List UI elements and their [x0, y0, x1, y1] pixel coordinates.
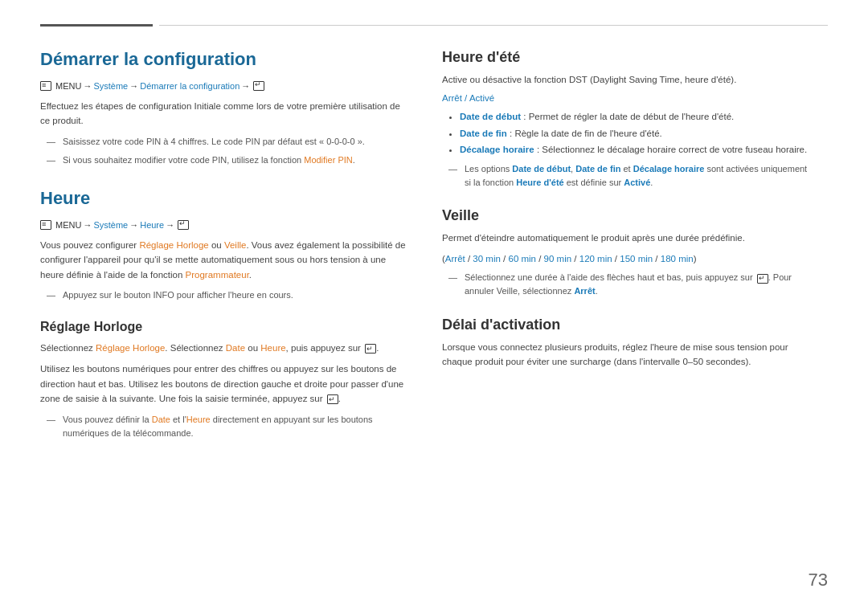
timing-arret: Arrêt [445, 254, 465, 264]
timing-90: 90 min [544, 254, 572, 264]
heure-link2[interactable]: Heure [186, 415, 211, 424]
arrow6: → [166, 220, 174, 230]
menu-icon-heure [40, 220, 51, 230]
decalage-label: Décalage horaire [460, 145, 534, 154]
reglage-horloge-body2: Utilisez les boutons numériques pour ent… [40, 362, 410, 406]
timing-120: 120 min [579, 254, 612, 264]
section-title-delai: Délai d'activation [442, 317, 812, 333]
enter-icon-rh2 [327, 394, 338, 404]
section-title-veille: Veille [442, 207, 812, 224]
menu-path-heure: MENU → Système → Heure → [40, 220, 410, 230]
page-number: 73 [809, 570, 828, 591]
enter-icon-rh [365, 344, 376, 353]
bullet-decalage: Décalage horaire : Sélectionnez le décal… [460, 142, 812, 157]
heure-ete-body: Active ou désactive la fonction DST (Day… [442, 72, 812, 87]
veille-note: Sélectionnez une durée à l'aide des flèc… [457, 271, 812, 298]
timing-150: 150 min [620, 254, 653, 264]
main-columns: Démarrer la configuration MENU → Système… [40, 49, 828, 445]
demarrer-body: Effectuez les étapes de configuration In… [40, 99, 410, 129]
heure-note: Appuyez sur le bouton INFO pour afficher… [55, 288, 410, 302]
status-off: Arrêt [442, 93, 462, 103]
bullet-date-debut: Date de début : Permet de régler la date… [460, 109, 812, 124]
status-on: Activé [469, 93, 494, 103]
right-column: Heure d'été Active ou désactive la fonct… [442, 49, 812, 445]
programmateur-link[interactable]: Programmateur [186, 270, 249, 280]
note-heure-ete: Heure d'été [516, 178, 563, 187]
heure-body: Vous pouvez configurer Réglage Horloge o… [40, 238, 410, 282]
date-debut-label: Date de début [460, 112, 521, 121]
enter-icon-veille [757, 274, 768, 284]
note-date-fin: Date de fin [575, 164, 620, 174]
menu-path-demarrer: MENU → Système → Démarrer la configurati… [40, 81, 410, 91]
heure-ete-note: Les options Date de début, Date de fin e… [457, 162, 812, 190]
bullet-date-fin: Date de fin : Règle la date de fin de l'… [460, 126, 812, 141]
delai-body: Lorsque vous connectez plusieurs produit… [442, 340, 812, 370]
left-column: Démarrer la configuration MENU → Système… [40, 49, 410, 445]
status-slash: / [462, 93, 469, 103]
reglage-horloge-link1[interactable]: Réglage Horloge [139, 240, 208, 250]
menu-systeme-demarrer[interactable]: Système [93, 81, 128, 91]
arrow3: → [241, 81, 250, 91]
top-rules [40, 24, 828, 27]
heure-ete-bullets: Date de début : Permet de régler la date… [453, 109, 812, 157]
menu-heure[interactable]: Heure [140, 220, 164, 230]
enter-icon-demarrer [253, 81, 264, 91]
note-active: Activé [624, 178, 650, 187]
modifier-pin-link[interactable]: Modifier PIN [304, 155, 353, 165]
bullet-date-debut-text: : Permet de régler la date de début de l… [521, 112, 734, 121]
note-date-debut: Date de début [512, 164, 571, 174]
section-title-heure: Heure [40, 188, 410, 209]
menu-prefix-heure: MENU [55, 220, 81, 230]
date-link1[interactable]: Date [226, 343, 245, 353]
reglage-horloge-body1: Sélectionnez Réglage Horloge. Sélectionn… [40, 341, 410, 355]
arrow5: → [129, 220, 138, 230]
note-decalage: Décalage horaire [633, 164, 705, 174]
arrow2: → [129, 81, 138, 91]
page-container: Démarrer la configuration MENU → Système… [0, 0, 868, 613]
veille-body: Permet d'éteindre automatiquement le pro… [442, 231, 812, 245]
heure-ete-status: Arrêt / Activé [442, 93, 812, 103]
date-fin-label: Date de fin [460, 129, 507, 138]
section-title-demarrer: Démarrer la configuration [40, 49, 410, 70]
date-link2[interactable]: Date [152, 415, 170, 424]
menu-systeme-heure[interactable]: Système [93, 220, 128, 230]
veille-link1[interactable]: Veille [224, 240, 247, 250]
menu-demarrer-config[interactable]: Démarrer la configuration [140, 81, 240, 91]
bullet-date-fin-text: : Règle la date de fin de l'heure d'été. [507, 129, 662, 138]
enter-icon-heure [178, 220, 189, 230]
demarrer-note1: Saisissez votre code PIN à 4 chiffres. L… [55, 135, 410, 149]
subsection-title-reglage-horloge: Réglage Horloge [40, 320, 410, 334]
arrow1: → [83, 81, 92, 91]
rule-dark [40, 24, 153, 27]
bullet-decalage-text: : Sélectionnez le décalage horaire corre… [534, 145, 807, 154]
menu-prefix-demarrer: MENU [55, 81, 81, 91]
veille-timing: (Arrêt / 30 min / 60 min / 90 min / 120 … [442, 251, 812, 266]
timing-60: 60 min [508, 254, 536, 264]
reglage-horloge-link2[interactable]: Réglage Horloge [96, 343, 165, 353]
reglage-horloge-note: Vous pouvez définir la Date et l'Heure d… [55, 413, 410, 440]
timing-180: 180 min [661, 254, 694, 264]
menu-icon-demarrer [40, 81, 51, 91]
rule-light [159, 25, 828, 26]
section-title-heure-ete: Heure d'été [442, 49, 812, 66]
timing-30: 30 min [473, 254, 501, 264]
heure-link1[interactable]: Heure [260, 343, 285, 353]
veille-arret: Arrêt [574, 286, 595, 296]
arrow4: → [83, 220, 92, 230]
demarrer-note2: Si vous souhaitez modifier votre code PI… [55, 153, 410, 167]
